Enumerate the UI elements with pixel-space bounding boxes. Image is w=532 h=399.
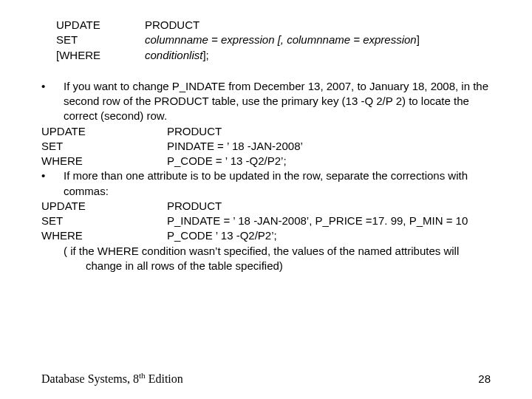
syntax-italic: conditionlist	[145, 49, 202, 61]
example-row: WHERE P_CODE = ’ 13 -Q2/P2’;	[41, 154, 491, 168]
example-row: UPDATE PRODUCT	[41, 199, 491, 214]
example-keyword: UPDATE	[41, 124, 167, 139]
syntax-row: [WHERE conditionlist];	[56, 48, 491, 63]
note-text: ( if the WHERE condition wasn’t specifie…	[64, 244, 491, 274]
footer-book-c: Edition	[146, 372, 183, 385]
syntax-block: UPDATE PRODUCT SET columnname = expressi…	[56, 18, 491, 63]
example-value: PRODUCT	[167, 124, 491, 139]
note-line: ( if the WHERE condition wasn’t specifie…	[41, 244, 491, 274]
example-row: SET P_INDATE = ’ 18 -JAN-2008’, P_PRICE …	[41, 214, 491, 228]
example-row: UPDATE PRODUCT	[41, 124, 491, 139]
syntax-keyword: SET	[56, 33, 145, 47]
example-keyword: SET	[41, 214, 167, 228]
example-value: PINDATE = ’ 18 -JAN-2008’	[167, 139, 491, 154]
footer-book-sup: th	[139, 371, 146, 380]
bullet-item: • If more than one attribute is to be up…	[41, 168, 491, 199]
example-value: PRODUCT	[167, 199, 491, 214]
bullet-text: If more than one attribute is to be upda…	[64, 168, 491, 199]
footer-book-a: Database Systems, 8	[41, 372, 139, 385]
syntax-keyword: [WHERE	[56, 48, 145, 63]
example-keyword: WHERE	[41, 228, 167, 243]
example-value: P_CODE ’ 13 -Q2/P2’;	[167, 228, 491, 243]
footer: Database Systems, 8th Edition 28	[41, 371, 491, 386]
bullet-text: If you want to change P_INDATE from Dece…	[64, 79, 491, 124]
syntax-italic: columnname = expression [, columnname = …	[145, 33, 417, 46]
slide: UPDATE PRODUCT SET columnname = expressi…	[0, 0, 532, 399]
syntax-row: UPDATE PRODUCT	[56, 18, 491, 33]
example-value: P_INDATE = ’ 18 -JAN-2008’, P_PRICE =17.…	[167, 214, 491, 228]
syntax-body: PRODUCT	[145, 18, 491, 33]
content-block: • If you want to change P_INDATE from De…	[41, 79, 491, 273]
example-row: WHERE P_CODE ’ 13 -Q2/P2’;	[41, 228, 491, 243]
syntax-body: conditionlist];	[145, 48, 491, 63]
example-keyword: WHERE	[41, 154, 167, 168]
bullet-marker: •	[41, 79, 64, 124]
example-keyword: SET	[41, 139, 167, 154]
example-keyword: UPDATE	[41, 199, 167, 214]
syntax-body-tail: ]	[417, 33, 420, 46]
syntax-keyword: UPDATE	[56, 18, 145, 33]
bullet-marker: •	[41, 168, 64, 199]
syntax-row: SET columnname = expression [, columnnam…	[56, 33, 491, 47]
example-row: SET PINDATE = ’ 18 -JAN-2008’	[41, 139, 491, 154]
footer-book: Database Systems, 8th Edition	[41, 371, 183, 386]
syntax-body: columnname = expression [, columnname = …	[145, 33, 491, 47]
page-number: 28	[478, 372, 491, 385]
example-value: P_CODE = ’ 13 -Q2/P2’;	[167, 154, 491, 168]
bullet-item: • If you want to change P_INDATE from De…	[41, 79, 491, 124]
syntax-body-tail: ];	[202, 49, 208, 61]
